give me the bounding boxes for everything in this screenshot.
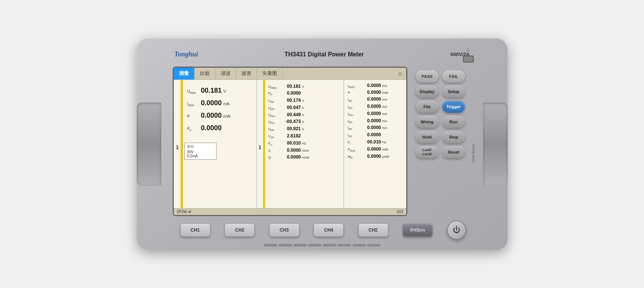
pass-button[interactable]: PASS xyxy=(416,70,438,83)
wiring-button[interactable]: Wiring xyxy=(416,116,438,128)
ch1-button[interactable]: CH1 xyxy=(180,223,211,237)
mid-value-0: 00.181 xyxy=(281,84,301,89)
mid-row-2: UAC 00.174 V xyxy=(268,98,341,103)
mid-row-3: UDC 00.047 V xyxy=(268,105,341,111)
hold-button[interactable]: Hold xyxy=(416,131,438,143)
right-value-9: 0.0000 xyxy=(362,146,381,152)
label-pf: PF xyxy=(187,127,201,132)
label-irms: IRMS xyxy=(187,102,201,107)
mid-label-5: UPK- xyxy=(268,120,281,125)
right-unit-8: Hz xyxy=(382,140,387,144)
btn-row-hold-stop: Hold Stop xyxy=(407,131,474,143)
tab-vector[interactable]: 矢量图 xyxy=(257,68,283,79)
trigger-button[interactable]: Trigger xyxy=(442,101,465,113)
vent-slot xyxy=(308,244,321,246)
btn-row-file-trigger: File Trigger xyxy=(407,101,474,113)
mid-value-2: 00.174 xyxy=(281,98,301,103)
brand-logo: Tonghui xyxy=(175,50,198,58)
panel-mid-channel: 1 xyxy=(259,144,262,150)
mid-unit-6: V xyxy=(302,127,304,131)
status-bar: 1P2W ⇌ 243 xyxy=(174,208,406,215)
top-panel: Tonghui TH3431 Digital Power Meter 600V/… xyxy=(167,45,477,64)
yellow-bar-mid xyxy=(263,80,265,215)
mid-unit-9: mVA xyxy=(302,149,309,153)
vent-slot xyxy=(367,244,380,246)
display-area: 1 URMS 00.181 V IRMS 0.0000 xyxy=(174,80,406,215)
chsigma-button[interactable]: CHΣ xyxy=(358,223,388,237)
tab-bar: 测量 比较 谐波 波形 矢量图 ⌂ xyxy=(174,68,406,80)
right-value-7: 0.0000 xyxy=(362,132,381,137)
right-label-3: IDC xyxy=(348,105,362,109)
right-label-6: IPP xyxy=(348,126,362,131)
right-label-1: P xyxy=(348,91,362,95)
vent-slot xyxy=(338,244,351,246)
reset-button[interactable]: Reset xyxy=(442,146,465,158)
handle-left xyxy=(137,103,161,186)
right-unit-3: mA xyxy=(382,105,388,109)
panel-mid: 1 URMS 00.181 V PF 0.0000 xyxy=(257,80,344,215)
tab-harmonic[interactable]: 谐波 xyxy=(215,68,236,79)
range-label: 量程 xyxy=(187,144,214,149)
usb-icon: ⍨ xyxy=(466,47,470,54)
right-value-10: 0.0000 xyxy=(362,154,381,159)
right-row-0: IRMS 0.0000 mA xyxy=(348,83,402,89)
ch2-button[interactable]: CH2 xyxy=(225,223,255,237)
range-value2: 0.5mA xyxy=(187,154,214,158)
right-label-10: WP xyxy=(348,155,362,159)
btn-row-wiring-run: Wiring Run xyxy=(407,116,474,128)
device-title: TH3431 Digital Power Meter xyxy=(198,51,451,58)
mid-value-4: 00.449 xyxy=(281,112,301,117)
panel-left: 1 URMS 00.181 V IRMS 0.0000 xyxy=(174,80,257,215)
unit-p: mW xyxy=(223,114,231,118)
right-value-5: 0.0000 xyxy=(362,118,381,123)
large-readings: URMS 00.181 V IRMS 0.0000 mA xyxy=(184,83,256,140)
right-unit-10: μWh xyxy=(382,155,390,159)
power-button[interactable]: ⏻ xyxy=(447,221,466,240)
panel-left-channel: 1 xyxy=(176,144,179,150)
tab-waveform[interactable]: 波形 xyxy=(236,68,257,79)
right-unit-6: mA xyxy=(382,126,388,130)
right-unit-0: mA xyxy=(382,84,388,88)
mid-value-6: 00.921 xyxy=(281,126,301,131)
lock-button[interactable]: Lock/Local xyxy=(416,146,438,158)
right-value-2: 0.0000 xyxy=(362,97,381,102)
mid-unit-0: V xyxy=(302,85,304,89)
ch3-button[interactable]: CH3 xyxy=(269,223,299,237)
mid-row-7: UCF 2.6182 xyxy=(268,133,341,139)
mid-label-9: S xyxy=(268,149,281,153)
value-irms: 0.0000 xyxy=(201,99,222,107)
mid-unit-10: mvar xyxy=(302,156,310,159)
right-label-2: IAC xyxy=(348,98,362,102)
right-unit-4: mA xyxy=(382,112,388,116)
vent-slots xyxy=(175,244,470,246)
right-value-8: 00.010 xyxy=(362,139,381,145)
usb-port xyxy=(463,56,474,62)
run-button[interactable]: Run xyxy=(442,116,465,128)
mid-row-9: S 0.0000 mVA xyxy=(268,148,341,153)
right-row-10: WP 0.0000 μWh xyxy=(348,154,402,159)
tab-home[interactable]: ⌂ xyxy=(395,68,406,79)
screen: 测量 比较 谐波 波形 矢量图 ⌂ 1 xyxy=(173,67,407,216)
mid-row-6: UPP 00.921 V xyxy=(268,126,341,132)
display-button[interactable]: Display xyxy=(416,86,438,98)
file-button[interactable]: File xyxy=(416,101,438,113)
ch4-button[interactable]: CH4 xyxy=(313,223,344,237)
tab-compare[interactable]: 比较 xyxy=(195,68,215,79)
prtscn-button[interactable]: PrtScn xyxy=(402,223,433,237)
tab-measure[interactable]: 测量 xyxy=(174,68,195,79)
mid-label-10: Q xyxy=(268,156,281,159)
stop-button[interactable]: Stop xyxy=(442,131,465,143)
fail-button[interactable]: FAIL xyxy=(442,70,465,83)
yellow-bar-left xyxy=(181,80,183,215)
setup-button[interactable]: Setup xyxy=(442,86,465,98)
right-row-3: IDC 0.0000 mA xyxy=(348,104,402,109)
mid-value-3: 00.047 xyxy=(281,105,301,110)
mid-unit-2: V xyxy=(302,99,304,103)
value-urms: 00.181 xyxy=(201,87,222,95)
unit-urms: V xyxy=(223,89,226,93)
mid-row-1: PF 0.0000 xyxy=(268,90,341,96)
reading-row-urms: URMS 00.181 V xyxy=(187,87,253,95)
mid-label-0: URMS xyxy=(268,85,281,89)
vent-slot xyxy=(323,244,336,246)
right-row-1: P 0.0000 mW xyxy=(348,90,402,95)
